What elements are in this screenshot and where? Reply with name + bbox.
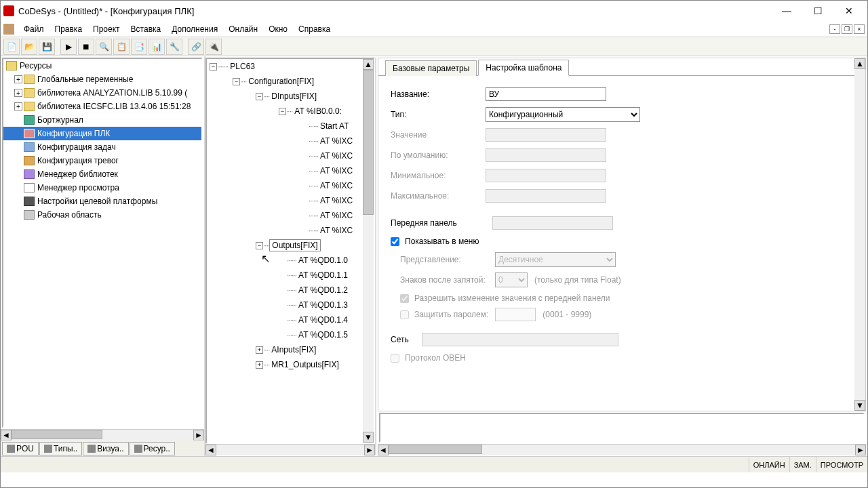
cfg-node[interactable]: ······AT %QD0.1.2 (207, 283, 374, 298)
tree-item[interactable]: Менеджер просмотра (3, 181, 201, 195)
expand-icon[interactable]: + (256, 346, 263, 354)
scroll-left[interactable]: ◄ (378, 445, 389, 455)
tree-item[interactable]: Конфигурация тревог (3, 154, 201, 167)
cfg-node[interactable]: ······AT %IXC (207, 134, 374, 148)
cfg-node[interactable]: ······AT %QD0.1.4 (207, 312, 374, 327)
cfg-node[interactable]: ······AT %IXC (207, 163, 374, 178)
cfg-node[interactable]: −····Configuration[FIX] (207, 74, 374, 89)
cfg-node[interactable]: +····AInputs[FIX] (207, 342, 374, 357)
scroll-left[interactable]: ◄ (1, 430, 12, 441)
tree-item[interactable]: Настройки целевой платформы (3, 195, 201, 208)
tb-btn-3[interactable]: 📊 (149, 39, 165, 55)
cfg-node[interactable]: ······AT %QD0.1.3 (207, 298, 374, 312)
hscrollbar[interactable]: ◄ ► (378, 444, 866, 455)
resources-tree[interactable]: Ресурсы +Глобальные переменные +библиоте… (2, 58, 203, 428)
cfg-node[interactable]: −····DInputs[FIX] (207, 89, 374, 104)
scroll-down[interactable]: ▼ (854, 400, 865, 411)
mdi-restore[interactable]: ❐ (842, 24, 852, 34)
cfg-node[interactable]: −····AT %IB0.0.0: (207, 104, 374, 119)
menu-project[interactable]: Проект (87, 23, 125, 35)
tree-item[interactable]: +библиотека ANALYZATION.LIB 5.10.99 ( (3, 86, 201, 100)
tab-types[interactable]: Типы.. (39, 442, 82, 455)
expand-icon[interactable]: + (256, 361, 263, 369)
mdi-close[interactable]: × (854, 24, 865, 34)
scroll-right[interactable]: ► (364, 445, 375, 455)
tree-item[interactable]: +Глобальные переменные (3, 73, 201, 86)
tab-resources[interactable]: Ресур.. (130, 442, 175, 455)
scroll-track[interactable] (12, 430, 193, 441)
scroll-thumb[interactable] (12, 430, 102, 439)
tree-item-plc-config[interactable]: Конфигурация ПЛК (3, 127, 201, 140)
menu-insert[interactable]: Вставка (125, 23, 167, 35)
minimize-button[interactable]: — (771, 1, 802, 21)
scroll-track[interactable] (389, 445, 855, 455)
scroll-thumb[interactable] (389, 445, 482, 454)
tb-btn-1[interactable]: 📋 (113, 39, 130, 55)
menu-online[interactable]: Онлайн (223, 23, 263, 35)
menu-edit[interactable]: Правка (50, 23, 88, 35)
tree-item[interactable]: Бортжурнал (3, 113, 201, 127)
cfg-node[interactable]: ······AT %IXC (207, 193, 374, 208)
close-button[interactable]: ✕ (833, 1, 865, 21)
collapse-icon[interactable]: − (210, 63, 217, 70)
scroll-right[interactable]: ► (855, 445, 866, 455)
tb-btn-6[interactable]: 🔌 (205, 39, 222, 55)
cfg-node-outputs[interactable]: −····Outputs[FIX] (207, 238, 374, 253)
find-button[interactable]: 🔍 (96, 39, 112, 55)
vscrollbar[interactable]: ▲ ▼ (363, 59, 374, 443)
scroll-down[interactable]: ▼ (363, 432, 374, 443)
tree-item[interactable]: +библиотека IECSFC.LIB 13.4.06 15:51:28 (3, 100, 201, 113)
menu-extras[interactable]: Дополнения (166, 23, 223, 35)
cfg-node[interactable]: +····MR1_Outputs[FIX] (207, 357, 374, 372)
tree-item[interactable]: Рабочая область (3, 208, 201, 222)
tb-btn-5[interactable]: 🔗 (188, 39, 204, 55)
collapse-icon[interactable]: − (279, 108, 286, 115)
config-tree[interactable]: −·······PLC63 −····Configuration[FIX] −·… (205, 58, 375, 444)
scroll-up[interactable]: ▲ (854, 58, 865, 69)
cfg-node[interactable]: ······AT %IXC (207, 148, 374, 163)
name-input[interactable] (486, 87, 606, 101)
tab-base-params[interactable]: Базовые параметры (385, 60, 477, 76)
scroll-track[interactable] (216, 445, 364, 455)
run-button[interactable]: ▶ (60, 39, 77, 55)
cfg-node[interactable]: ······AT %QD0.1.0 (207, 253, 374, 268)
tb-btn-2[interactable]: 📑 (131, 39, 147, 55)
scroll-thumb[interactable] (363, 70, 374, 215)
tree-item[interactable]: Конфигурация задач (3, 140, 201, 154)
expand-icon[interactable]: + (14, 89, 22, 97)
tb-btn-4[interactable]: 🔧 (166, 39, 182, 55)
scroll-up[interactable]: ▲ (363, 59, 374, 70)
scroll-track[interactable] (363, 70, 374, 432)
new-button[interactable]: 📄 (3, 39, 20, 55)
open-button[interactable]: 📂 (21, 39, 37, 55)
tree-root[interactable]: Ресурсы (3, 59, 201, 73)
scroll-right[interactable]: ► (193, 430, 204, 441)
expand-icon[interactable]: + (14, 102, 22, 110)
menu-window[interactable]: Окно (263, 23, 293, 35)
show-menu-checkbox[interactable] (391, 237, 399, 246)
save-button[interactable]: 💾 (39, 39, 55, 55)
hscrollbar[interactable]: ◄ ► (205, 444, 375, 455)
cfg-node[interactable]: ······Start AT (207, 119, 374, 134)
stop-button[interactable]: ⏹ (78, 39, 94, 55)
tab-pou[interactable]: POU (2, 442, 39, 455)
cfg-node[interactable]: ······AT %IXC (207, 223, 374, 238)
collapse-icon[interactable]: − (233, 78, 240, 85)
cfg-node[interactable]: ······AT %IXC (207, 208, 374, 223)
vscrollbar[interactable]: ▲ ▼ (854, 58, 865, 411)
cfg-node[interactable]: ······AT %IXC (207, 178, 374, 193)
type-select[interactable]: Конфигурационный (486, 107, 640, 122)
hscrollbar[interactable]: ◄ ► (1, 429, 204, 440)
menu-help[interactable]: Справка (293, 23, 336, 35)
collapse-icon[interactable]: − (256, 242, 263, 249)
expand-icon[interactable]: + (14, 75, 22, 83)
tab-template-settings[interactable]: Настройка шаблона (478, 60, 569, 76)
mdi-minimize[interactable]: - (829, 24, 840, 34)
scroll-left[interactable]: ◄ (205, 445, 216, 455)
cfg-node[interactable]: ······AT %QD0.1.5 (207, 327, 374, 342)
cfg-node[interactable]: ······AT %QD0.1.1 (207, 268, 374, 283)
menu-file[interactable]: Файл (18, 23, 50, 35)
tab-visu[interactable]: Визуа.. (83, 442, 128, 455)
tree-item[interactable]: Менеджер библиотек (3, 167, 201, 181)
collapse-icon[interactable]: − (256, 93, 263, 100)
